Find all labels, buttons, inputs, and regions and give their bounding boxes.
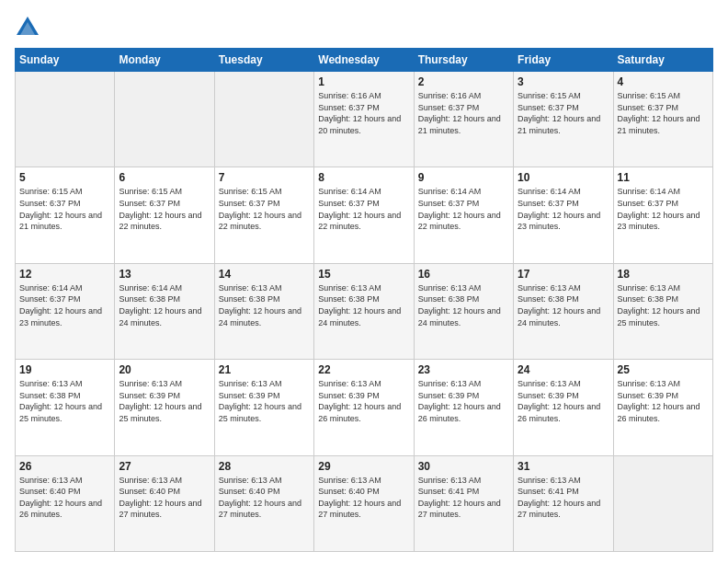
day-cell: 18 Sunrise: 6:13 AMSunset: 6:38 PMDaylig… [613,263,712,359]
day-number: 25 [618,363,709,376]
day-cell: 27 Sunrise: 6:13 AMSunset: 6:40 PMDaylig… [115,455,214,551]
day-cell: 2 Sunrise: 6:16 AMSunset: 6:37 PMDayligh… [414,72,513,167]
day-number: 3 [518,75,609,88]
calendar: SundayMondayTuesdayWednesdayThursdayFrid… [15,48,713,552]
day-number: 12 [19,268,110,281]
col-header-monday: Monday [115,49,214,72]
page: SundayMondayTuesdayWednesdayThursdayFrid… [0,0,728,563]
day-number: 28 [219,460,310,473]
day-info: Sunrise: 6:15 AMSunset: 6:37 PMDaylight:… [518,90,609,136]
day-number: 27 [119,460,210,473]
day-info: Sunrise: 6:13 AMSunset: 6:38 PMDaylight:… [518,282,609,328]
day-cell: 23 Sunrise: 6:13 AMSunset: 6:39 PMDaylig… [414,360,513,455]
day-cell: 3 Sunrise: 6:15 AMSunset: 6:37 PMDayligh… [514,72,613,167]
day-cell [16,72,115,167]
day-cell: 13 Sunrise: 6:14 AMSunset: 6:38 PMDaylig… [115,263,214,359]
day-cell [214,72,313,167]
col-header-tuesday: Tuesday [214,49,313,72]
day-number: 10 [518,171,609,184]
day-cell [115,72,214,167]
day-number: 26 [19,460,110,473]
day-cell: 16 Sunrise: 6:13 AMSunset: 6:38 PMDaylig… [414,263,513,359]
day-info: Sunrise: 6:13 AMSunset: 6:40 PMDaylight:… [219,475,310,521]
day-info: Sunrise: 6:13 AMSunset: 6:40 PMDaylight:… [119,475,210,521]
day-cell: 9 Sunrise: 6:14 AMSunset: 6:37 PMDayligh… [414,167,513,263]
col-header-saturday: Saturday [613,49,712,72]
day-cell [613,455,712,551]
day-cell: 28 Sunrise: 6:13 AMSunset: 6:40 PMDaylig… [214,455,313,551]
day-cell: 17 Sunrise: 6:13 AMSunset: 6:38 PMDaylig… [514,263,613,359]
day-info: Sunrise: 6:13 AMSunset: 6:40 PMDaylight:… [318,475,409,521]
day-info: Sunrise: 6:13 AMSunset: 6:41 PMDaylight:… [418,475,509,521]
day-info: Sunrise: 6:13 AMSunset: 6:40 PMDaylight:… [19,475,110,521]
day-cell: 12 Sunrise: 6:14 AMSunset: 6:37 PMDaylig… [16,263,115,359]
day-number: 21 [219,363,310,376]
day-number: 18 [618,268,709,281]
day-info: Sunrise: 6:13 AMSunset: 6:41 PMDaylight:… [518,475,609,521]
day-number: 2 [418,75,509,88]
header-row: SundayMondayTuesdayWednesdayThursdayFrid… [16,49,713,72]
day-info: Sunrise: 6:13 AMSunset: 6:39 PMDaylight:… [618,378,709,424]
day-info: Sunrise: 6:16 AMSunset: 6:37 PMDaylight:… [318,90,409,136]
day-number: 6 [119,171,210,184]
day-cell: 15 Sunrise: 6:13 AMSunset: 6:38 PMDaylig… [314,263,414,359]
col-header-wednesday: Wednesday [314,49,414,72]
day-info: Sunrise: 6:13 AMSunset: 6:38 PMDaylight:… [618,282,709,328]
logo-icon [15,15,40,40]
day-cell: 26 Sunrise: 6:13 AMSunset: 6:40 PMDaylig… [16,455,115,551]
header [15,15,713,40]
day-number: 1 [318,75,409,88]
day-info: Sunrise: 6:14 AMSunset: 6:37 PMDaylight:… [518,186,609,232]
day-info: Sunrise: 6:16 AMSunset: 6:37 PMDaylight:… [418,90,509,136]
day-info: Sunrise: 6:13 AMSunset: 6:38 PMDaylight:… [219,282,310,328]
day-number: 22 [318,363,409,376]
day-cell: 19 Sunrise: 6:13 AMSunset: 6:38 PMDaylig… [16,360,115,455]
day-number: 29 [318,460,409,473]
col-header-friday: Friday [514,49,613,72]
day-cell: 4 Sunrise: 6:15 AMSunset: 6:37 PMDayligh… [613,72,712,167]
day-number: 4 [618,75,709,88]
col-header-thursday: Thursday [414,49,513,72]
day-info: Sunrise: 6:13 AMSunset: 6:39 PMDaylight:… [219,378,310,424]
logo [15,15,44,40]
week-row-4: 19 Sunrise: 6:13 AMSunset: 6:38 PMDaylig… [16,360,713,455]
day-info: Sunrise: 6:13 AMSunset: 6:39 PMDaylight:… [318,378,409,424]
day-cell: 11 Sunrise: 6:14 AMSunset: 6:37 PMDaylig… [613,167,712,263]
day-info: Sunrise: 6:13 AMSunset: 6:38 PMDaylight:… [318,282,409,328]
day-info: Sunrise: 6:13 AMSunset: 6:39 PMDaylight:… [518,378,609,424]
day-info: Sunrise: 6:14 AMSunset: 6:37 PMDaylight:… [618,186,709,232]
day-cell: 20 Sunrise: 6:13 AMSunset: 6:39 PMDaylig… [115,360,214,455]
day-number: 16 [418,268,509,281]
day-cell: 30 Sunrise: 6:13 AMSunset: 6:41 PMDaylig… [414,455,513,551]
day-info: Sunrise: 6:15 AMSunset: 6:37 PMDaylight:… [119,186,210,232]
day-number: 11 [618,171,709,184]
day-info: Sunrise: 6:15 AMSunset: 6:37 PMDaylight:… [618,90,709,136]
day-number: 8 [318,171,409,184]
day-number: 23 [418,363,509,376]
day-info: Sunrise: 6:13 AMSunset: 6:38 PMDaylight:… [19,378,110,424]
day-number: 24 [518,363,609,376]
day-cell: 24 Sunrise: 6:13 AMSunset: 6:39 PMDaylig… [514,360,613,455]
day-info: Sunrise: 6:13 AMSunset: 6:38 PMDaylight:… [418,282,509,328]
day-cell: 22 Sunrise: 6:13 AMSunset: 6:39 PMDaylig… [314,360,414,455]
day-cell: 25 Sunrise: 6:13 AMSunset: 6:39 PMDaylig… [613,360,712,455]
day-number: 14 [219,268,310,281]
day-number: 15 [318,268,409,281]
day-cell: 14 Sunrise: 6:13 AMSunset: 6:38 PMDaylig… [214,263,313,359]
day-info: Sunrise: 6:15 AMSunset: 6:37 PMDaylight:… [219,186,310,232]
day-cell: 10 Sunrise: 6:14 AMSunset: 6:37 PMDaylig… [514,167,613,263]
day-info: Sunrise: 6:15 AMSunset: 6:37 PMDaylight:… [19,186,110,232]
day-cell: 8 Sunrise: 6:14 AMSunset: 6:37 PMDayligh… [314,167,414,263]
day-info: Sunrise: 6:14 AMSunset: 6:37 PMDaylight:… [318,186,409,232]
day-info: Sunrise: 6:14 AMSunset: 6:37 PMDaylight:… [418,186,509,232]
week-row-3: 12 Sunrise: 6:14 AMSunset: 6:37 PMDaylig… [16,263,713,359]
day-info: Sunrise: 6:13 AMSunset: 6:39 PMDaylight:… [119,378,210,424]
day-number: 31 [518,460,609,473]
day-number: 5 [19,171,110,184]
day-number: 7 [219,171,310,184]
day-number: 9 [418,171,509,184]
day-info: Sunrise: 6:14 AMSunset: 6:37 PMDaylight:… [19,282,110,328]
day-number: 19 [19,363,110,376]
col-header-sunday: Sunday [16,49,115,72]
day-cell: 1 Sunrise: 6:16 AMSunset: 6:37 PMDayligh… [314,72,414,167]
